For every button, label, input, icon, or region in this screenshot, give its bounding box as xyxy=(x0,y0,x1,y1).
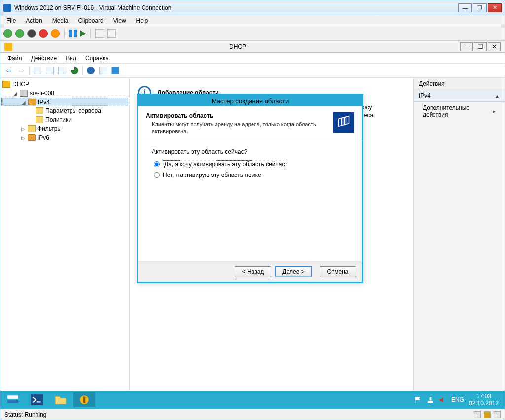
flag-icon[interactable] xyxy=(414,396,422,404)
vm-ctrl-alt-del-button[interactable] xyxy=(3,29,12,38)
options-button[interactable] xyxy=(98,65,108,76)
vm-menu-media[interactable]: Media xyxy=(48,16,72,25)
taskbar-explorer[interactable] xyxy=(50,392,72,407)
volume-icon[interactable] xyxy=(439,396,446,404)
dhcp-maximize-button[interactable]: ☐ xyxy=(474,42,487,51)
radio-activate-now[interactable]: Да, я хочу активировать эту область сейч… xyxy=(152,160,348,168)
console-tree[interactable]: DHCP ◢ srv-fi-008 ◢ IPv4 ▪ Параметры сер… xyxy=(0,78,130,391)
clock[interactable]: 17:03 02.10.2012 xyxy=(469,393,499,407)
vm-menubar: File Action Media Clipboard View Help xyxy=(0,15,505,26)
tree-filters[interactable]: ▷ Фильтры xyxy=(1,124,128,133)
result-pane: i Добавление области Область является ди… xyxy=(130,78,413,391)
tree-label: IPv4 xyxy=(38,99,50,105)
dhcp-body: DHCP ◢ srv-fi-008 ◢ IPv4 ▪ Параметры сер… xyxy=(0,77,505,391)
vm-app-icon xyxy=(3,4,11,12)
help-button[interactable] xyxy=(85,65,96,76)
vm-titlebar: Windows 2012 on SRV-FI-016 - Virtual Mac… xyxy=(0,0,505,15)
vm-menu-view[interactable]: View xyxy=(109,16,130,25)
vm-pause-button[interactable] xyxy=(69,30,77,37)
vm-menu-action[interactable]: Action xyxy=(22,16,46,25)
tree-root-dhcp[interactable]: DHCP xyxy=(1,80,128,89)
wizard-header: Активировать область Клиенты могут получ… xyxy=(138,106,362,140)
vm-shutdown-button[interactable] xyxy=(39,29,48,38)
actions-group-ipv4[interactable]: IPv4 ▲ xyxy=(414,90,505,102)
wizard-cancel-button[interactable]: Отмена xyxy=(320,266,356,277)
dhcp-close-button[interactable]: ✕ xyxy=(488,42,501,51)
properties-button[interactable] xyxy=(44,65,55,76)
folder-icon xyxy=(54,394,67,405)
vm-snapshot-button[interactable] xyxy=(95,29,104,38)
vm-close-button[interactable]: ✕ xyxy=(488,3,502,12)
tree-ipv4[interactable]: ◢ IPv4 xyxy=(1,98,128,106)
vm-maximize-button[interactable]: ☐ xyxy=(473,3,487,12)
svg-rect-5 xyxy=(428,401,433,403)
powershell-icon xyxy=(31,394,43,405)
vm-reset-button[interactable] xyxy=(80,30,86,37)
dhcp-menu-view[interactable]: Вид xyxy=(62,54,80,63)
server-icon xyxy=(20,90,28,97)
vm-connection-window: Windows 2012 on SRV-FI-016 - Virtual Mac… xyxy=(0,0,505,420)
refresh-button[interactable] xyxy=(69,65,80,76)
actions-more-actions[interactable]: Дополнительные действия ▸ xyxy=(414,102,505,121)
start-button[interactable] xyxy=(2,392,24,407)
actions-group-label: IPv4 xyxy=(419,92,431,99)
vm-save-button[interactable] xyxy=(51,29,60,38)
tree-policies[interactable]: ▪ Политики xyxy=(1,115,128,124)
tree-ipv6[interactable]: ▷ IPv6 xyxy=(1,133,128,142)
taskbar-powershell[interactable] xyxy=(26,392,48,407)
wizard-back-button[interactable]: < Назад xyxy=(235,266,271,277)
vm-revert-button[interactable] xyxy=(107,29,116,38)
security-icon xyxy=(494,411,501,418)
wizard-next-button[interactable]: Далее > xyxy=(275,266,312,277)
nav-back-button[interactable]: ⇦ xyxy=(3,65,14,76)
svg-rect-1 xyxy=(7,400,18,403)
dhcp-menu-file[interactable]: Файл xyxy=(3,54,26,63)
dhcp-window-title: DHCP xyxy=(15,43,460,50)
language-indicator[interactable]: ENG xyxy=(451,396,464,403)
vm-start-button[interactable] xyxy=(15,29,24,38)
tree-label: IPv6 xyxy=(37,134,49,141)
wizard-footer: < Назад Далее > Отмена xyxy=(138,261,362,282)
chevron-right-icon: ▸ xyxy=(493,108,496,115)
tree-label: DHCP xyxy=(12,81,29,88)
vm-menu-help[interactable]: Help xyxy=(132,16,152,25)
tree-server-params[interactable]: ▪ Параметры сервера xyxy=(1,106,128,115)
radio-input-yes[interactable] xyxy=(154,161,160,167)
vm-minimize-button[interactable]: — xyxy=(458,3,472,12)
folder-icon xyxy=(28,125,36,132)
vm-title: Windows 2012 on SRV-FI-016 - Virtual Mac… xyxy=(14,4,458,11)
tree-expand-icon[interactable]: ▷ xyxy=(20,126,26,132)
show-hide-tree-button[interactable] xyxy=(32,65,43,76)
tree-expand-icon[interactable]: ▷ xyxy=(20,135,26,140)
guest-taskbar: ENG 17:03 02.10.2012 xyxy=(0,391,505,409)
monitor-button[interactable] xyxy=(110,65,121,76)
tree-collapse-icon[interactable]: ◢ xyxy=(12,91,18,96)
dhcp-menu-help[interactable]: Справка xyxy=(81,54,112,63)
actions-pane: Действия IPv4 ▲ Дополнительные действия … xyxy=(413,78,505,391)
export-button[interactable] xyxy=(57,65,68,76)
radio-activate-later[interactable]: Нет, я активирую эту область позже xyxy=(152,172,348,178)
wizard-title: Мастер создания области xyxy=(138,95,362,106)
vm-menu-clipboard[interactable]: Clipboard xyxy=(74,16,107,25)
nav-forward-button[interactable]: ⇨ xyxy=(16,65,27,76)
collapse-icon[interactable]: ▲ xyxy=(495,93,500,99)
dhcp-menubar: Файл Действие Вид Справка xyxy=(0,53,505,64)
toolbar-separator xyxy=(64,29,65,38)
dhcp-menu-action[interactable]: Действие xyxy=(27,54,61,63)
toolbar-separator xyxy=(29,66,30,75)
vm-status-bar: Status: Running xyxy=(0,409,505,420)
taskbar-dhcp[interactable] xyxy=(73,392,95,407)
new-scope-wizard-dialog: Мастер создания области Активировать обл… xyxy=(137,94,363,283)
dhcp-app-icon xyxy=(78,394,91,405)
vm-menu-file[interactable]: File xyxy=(2,16,20,25)
radio-input-no[interactable] xyxy=(154,172,160,178)
network-icon[interactable] xyxy=(427,396,434,404)
tree-server[interactable]: ◢ srv-fi-008 xyxy=(1,89,128,98)
toolbar-separator xyxy=(82,66,83,75)
dhcp-root-icon xyxy=(2,81,10,88)
tree-collapse-icon[interactable]: ◢ xyxy=(21,100,26,105)
dhcp-minimize-button[interactable]: — xyxy=(460,42,473,51)
vm-turnoff-button[interactable] xyxy=(27,29,36,38)
tree-label: Фильтры xyxy=(37,125,62,132)
folder-icon xyxy=(36,116,43,123)
